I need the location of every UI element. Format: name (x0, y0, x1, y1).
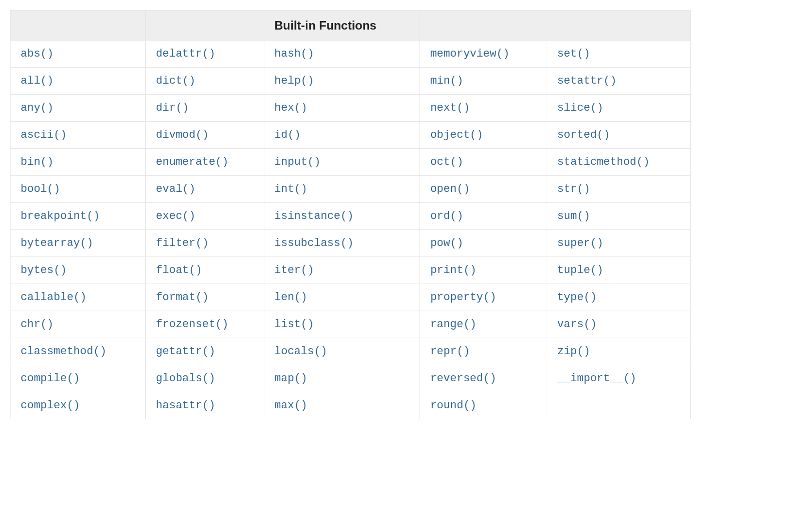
function-link[interactable]: object() (430, 129, 483, 141)
table-cell: enumerate() (146, 149, 264, 176)
table-cell: range() (420, 311, 547, 338)
function-link[interactable]: locals() (274, 345, 327, 358)
function-link[interactable]: type() (557, 291, 597, 304)
function-link[interactable]: all() (21, 75, 54, 87)
function-link[interactable]: sorted() (557, 129, 610, 141)
table-cell: repr() (420, 338, 547, 365)
function-link[interactable]: __import__() (557, 372, 636, 385)
table-cell: pow() (420, 230, 547, 257)
table-cell: tuple() (547, 257, 690, 284)
function-link[interactable]: iter() (274, 264, 314, 277)
function-link[interactable]: zip() (557, 345, 590, 358)
table-cell: map() (264, 365, 420, 392)
table-cell: delattr() (146, 41, 264, 68)
function-link[interactable]: dir() (156, 102, 189, 114)
function-link[interactable]: open() (430, 183, 470, 195)
function-link[interactable]: sum() (557, 210, 590, 222)
function-link[interactable]: dict() (156, 75, 195, 87)
function-link[interactable]: print() (430, 264, 476, 277)
table-cell: hash() (264, 41, 420, 68)
table-cell: compile() (11, 365, 146, 392)
function-link[interactable]: callable() (21, 291, 87, 304)
builtin-functions-table: Built-in Functions abs()delattr()hash()m… (10, 10, 691, 419)
function-link[interactable]: delattr() (156, 48, 215, 60)
table-cell: complex() (11, 392, 146, 419)
table-cell: dict() (146, 68, 264, 95)
function-link[interactable]: bytearray() (21, 237, 93, 249)
table-header-cell (11, 11, 146, 41)
table-cell: float() (146, 257, 264, 284)
function-link[interactable]: pow() (430, 237, 463, 249)
function-link[interactable]: max() (274, 399, 307, 412)
table-cell: callable() (11, 284, 146, 311)
function-link[interactable]: any() (21, 102, 54, 114)
function-link[interactable]: staticmethod() (557, 156, 650, 168)
function-link[interactable]: filter() (156, 237, 209, 249)
function-link[interactable]: ord() (430, 210, 463, 222)
function-link[interactable]: bin() (21, 156, 54, 168)
function-link[interactable]: input() (274, 156, 320, 168)
table-cell: classmethod() (11, 338, 146, 365)
function-link[interactable]: int() (274, 183, 307, 195)
table-cell: list() (264, 311, 420, 338)
function-link[interactable]: compile() (21, 372, 80, 385)
table-cell: iter() (264, 257, 420, 284)
function-link[interactable]: exec() (156, 210, 195, 222)
function-link[interactable]: next() (430, 102, 470, 114)
function-link[interactable]: frozenset() (156, 318, 228, 331)
function-link[interactable]: help() (274, 75, 314, 87)
function-link[interactable]: float() (156, 264, 202, 277)
table-cell: object() (420, 122, 547, 149)
table-cell: sum() (547, 203, 690, 230)
function-link[interactable]: hasattr() (156, 399, 215, 412)
function-link[interactable]: reversed() (430, 372, 496, 385)
table-cell: bin() (11, 149, 146, 176)
function-link[interactable]: chr() (21, 318, 54, 331)
function-link[interactable]: complex() (21, 399, 80, 412)
function-link[interactable]: list() (274, 318, 314, 331)
function-link[interactable]: enumerate() (156, 156, 228, 168)
function-link[interactable]: memoryview() (430, 48, 509, 60)
function-link[interactable]: tuple() (557, 264, 603, 277)
function-link[interactable]: globals() (156, 372, 215, 385)
table-row: chr()frozenset()list()range()vars() (11, 311, 691, 338)
function-link[interactable]: str() (557, 183, 590, 195)
function-link[interactable]: bytes() (21, 264, 67, 277)
function-link[interactable]: getattr() (156, 345, 215, 358)
function-link[interactable]: format() (156, 291, 209, 304)
table-cell: globals() (146, 365, 264, 392)
function-link[interactable]: issubclass() (274, 237, 353, 249)
function-link[interactable]: vars() (557, 318, 597, 331)
function-link[interactable]: ascii() (21, 129, 67, 141)
function-link[interactable]: property() (430, 291, 496, 304)
function-link[interactable]: slice() (557, 102, 603, 114)
table-cell: super() (547, 230, 690, 257)
function-link[interactable]: min() (430, 75, 463, 87)
function-link[interactable]: round() (430, 399, 476, 412)
function-link[interactable]: setattr() (557, 75, 617, 87)
function-link[interactable]: id() (274, 129, 301, 141)
function-link[interactable]: map() (274, 372, 307, 385)
function-link[interactable]: hex() (274, 102, 307, 114)
function-link[interactable]: range() (430, 318, 476, 331)
function-link[interactable]: isinstance() (274, 210, 353, 222)
table-cell: next() (420, 95, 547, 122)
table-row: compile()globals()map()reversed()__impor… (11, 365, 691, 392)
function-link[interactable]: oct() (430, 156, 463, 168)
function-link[interactable]: abs() (21, 48, 54, 60)
table-cell: bytearray() (11, 230, 146, 257)
function-link[interactable]: breakpoint() (21, 210, 100, 222)
function-link[interactable]: bool() (21, 183, 60, 195)
function-link[interactable]: len() (274, 291, 307, 304)
function-link[interactable]: eval() (156, 183, 195, 195)
function-link[interactable]: set() (557, 48, 590, 60)
function-link[interactable]: classmethod() (21, 345, 107, 358)
function-link[interactable]: super() (557, 237, 603, 249)
table-cell: type() (547, 284, 690, 311)
table-cell: max() (264, 392, 420, 419)
table-cell: min() (420, 68, 547, 95)
table-cell: sorted() (547, 122, 690, 149)
function-link[interactable]: repr() (430, 345, 470, 358)
function-link[interactable]: divmod() (156, 129, 209, 141)
function-link[interactable]: hash() (274, 48, 314, 60)
